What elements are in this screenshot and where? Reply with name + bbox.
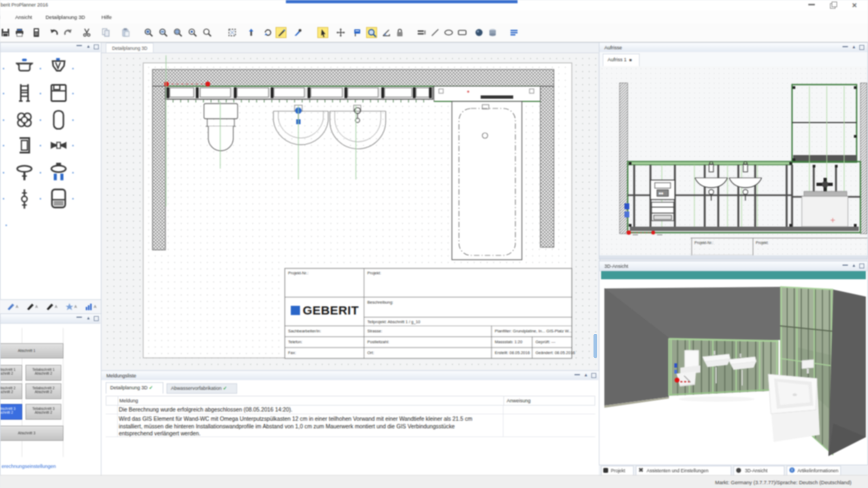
svg-text:Teilprojekt: Abschnitt 1 / g_: Teilprojekt: Abschnitt 1 / g_10: [367, 319, 420, 324]
svg-text:Strasse:: Strasse:: [367, 329, 382, 333]
svg-text:Projekt:: Projekt:: [756, 241, 769, 245]
svg-text:Planfilter: Grundplatine, In.: Planfilter: Grundplatine, In... GIS-Plat…: [495, 329, 572, 333]
svg-text:Projekt-Nr.:: Projekt-Nr.:: [694, 241, 713, 245]
svg-text:Projekt:: Projekt:: [367, 271, 381, 275]
svg-text:Fax:: Fax:: [288, 350, 296, 355]
svg-text:■■: ■■: [659, 191, 663, 195]
svg-text:Beschreibung:: Beschreibung:: [367, 300, 393, 305]
svg-text:Geändert: 08.05.2016: Geändert: 08.05.2016: [535, 350, 575, 355]
svg-text:GEBERIT: GEBERIT: [303, 304, 359, 317]
svg-text:Ort:: Ort:: [367, 350, 374, 355]
svg-text:Massstab: 1:20: Massstab: 1:20: [495, 339, 522, 344]
svg-text:Geprüft: ---: Geprüft: ---: [535, 339, 556, 344]
svg-text:Postleitzahl:: Postleitzahl:: [367, 339, 389, 344]
svg-text:Telefon:: Telefon:: [288, 339, 302, 344]
svg-text:Erstellt: 08.05.2016: Erstellt: 08.05.2016: [495, 350, 530, 355]
svg-text:Sachbearbeiter/in:: Sachbearbeiter/in:: [288, 329, 321, 333]
svg-text:Projekt-Nr.:: Projekt-Nr.:: [288, 271, 309, 275]
